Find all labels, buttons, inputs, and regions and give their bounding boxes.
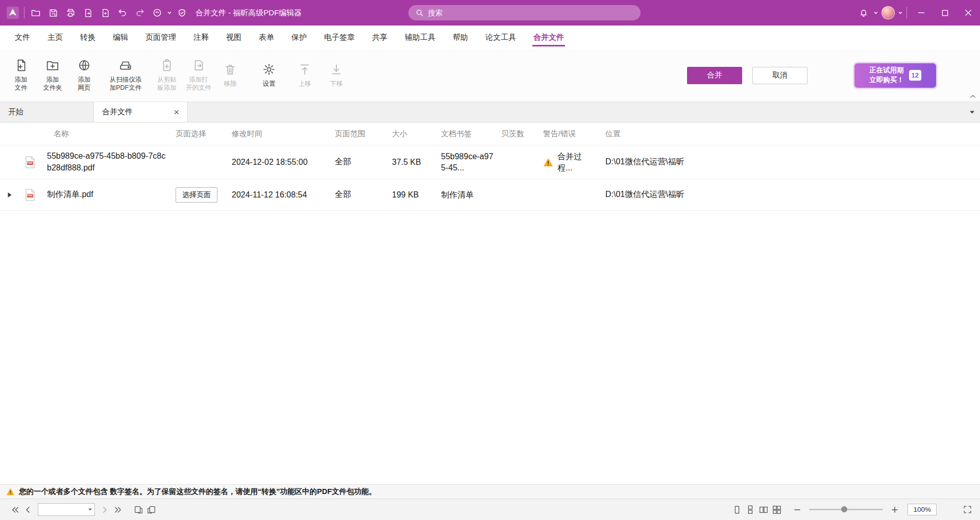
tab-list-dropdown-icon[interactable] [969, 102, 975, 122]
search-box[interactable] [408, 5, 641, 20]
facing-continuous-view-icon[interactable] [770, 503, 783, 516]
print-icon[interactable] [62, 4, 79, 22]
trial-line1: 正在试用期 [869, 66, 904, 75]
bookmark: 55b989ce-a975-45... [440, 151, 500, 173]
tab-esign[interactable]: 电子签章 [315, 26, 363, 49]
tab-help[interactable]: 帮助 [444, 26, 477, 49]
page-number-input[interactable] [38, 503, 95, 516]
redo-icon[interactable] [131, 4, 149, 22]
zoom-out-icon[interactable] [791, 503, 804, 516]
settings-button[interactable]: 设置 [253, 63, 285, 88]
zoom-in-icon[interactable] [888, 503, 901, 516]
tab-protect[interactable]: 保护 [283, 26, 315, 49]
zoom-slider-thumb[interactable] [841, 506, 847, 512]
tab-accessibility[interactable]: 辅助工具 [396, 26, 444, 49]
pdf-file-icon: PDF [25, 156, 35, 168]
remove-label: 移除 [224, 80, 237, 88]
notifications-bell-icon[interactable] [855, 4, 872, 22]
page-dropdown-icon[interactable] [88, 508, 92, 511]
table-row[interactable]: PDF 55b989ce-a975-45b8-b809-7c8cb28df888… [0, 145, 980, 179]
cancel-button[interactable]: 取消 [752, 67, 807, 84]
user-avatar[interactable] [879, 4, 897, 22]
doc-tab-start[interactable]: 开始 [0, 102, 94, 122]
col-warning[interactable]: 警告/错误 [542, 129, 604, 139]
add-files-label: 添加 文件 [15, 76, 28, 92]
add-folder-label: 添加 文件夹 [43, 76, 62, 92]
hand-tool-icon[interactable] [149, 4, 166, 22]
next-view-icon[interactable] [145, 503, 158, 516]
tab-form[interactable]: 表单 [250, 26, 283, 49]
close-button[interactable] [957, 0, 980, 26]
add-files-button[interactable]: 添加 文件 [5, 59, 37, 92]
tab-page-organize[interactable]: 页面管理 [137, 26, 185, 49]
maximize-button[interactable] [933, 0, 957, 26]
zoom-level-box[interactable]: 100% [908, 504, 937, 515]
tab-merge-files[interactable]: 合并文件 [525, 26, 573, 49]
add-open-files-button: 添加打 开的文件 [183, 59, 214, 92]
create-pdf-icon[interactable] [96, 4, 114, 22]
col-size[interactable]: 大小 [391, 129, 440, 139]
tab-view[interactable]: 视图 [217, 26, 250, 49]
col-page-range[interactable]: 页面范围 [334, 129, 391, 139]
previous-page-icon[interactable] [21, 503, 35, 516]
document-tab-bar: 开始 合并文件 × [0, 102, 980, 122]
continuous-view-icon[interactable] [744, 503, 757, 516]
window-title: 合并文件 - 福昕高级PDF编辑器 [195, 8, 302, 18]
single-page-view-icon[interactable] [730, 503, 744, 516]
merge-button[interactable]: 合并 [687, 67, 742, 84]
protect-check-icon[interactable] [173, 4, 190, 22]
previous-view-icon[interactable] [132, 503, 145, 516]
facing-view-icon[interactable] [757, 503, 770, 516]
page-number-field[interactable] [40, 506, 88, 513]
tab-home[interactable]: 主页 [39, 26, 71, 49]
col-page-select[interactable]: 页面选择 [175, 129, 231, 139]
collapse-ribbon-icon[interactable] [970, 94, 976, 98]
col-location[interactable]: 位置 [604, 129, 980, 139]
hand-tool-dropdown-icon[interactable] [166, 4, 173, 22]
tab-close-icon[interactable]: × [174, 108, 179, 117]
col-bates[interactable]: 贝茨数 [500, 129, 542, 139]
search-icon [415, 9, 424, 17]
add-webpage-button[interactable]: 添加 网页 [68, 59, 100, 92]
col-name[interactable]: 名称 [41, 129, 175, 139]
fullscreen-icon[interactable] [963, 505, 972, 514]
add-from-clipboard-button: 从剪贴 板添加 [151, 59, 183, 92]
search-input[interactable] [428, 9, 633, 17]
doc-tab-merge-label: 合并文件 [102, 107, 133, 117]
tab-comment[interactable]: 注释 [185, 26, 217, 49]
zoom-slider[interactable] [809, 509, 883, 510]
minimize-button[interactable] [910, 0, 933, 26]
file-list-empty-area [0, 211, 980, 484]
trial-line2: 立即购买！ [869, 76, 904, 85]
tab-paper-tools[interactable]: 论文工具 [477, 26, 525, 49]
tab-share[interactable]: 共享 [363, 26, 396, 49]
tab-convert[interactable]: 转换 [71, 26, 104, 49]
col-bookmark[interactable]: 文档书签 [440, 129, 500, 139]
warning-cell[interactable]: 合并过程... [542, 151, 604, 173]
doc-tab-merge[interactable]: 合并文件 × [94, 102, 188, 122]
page-range: 全部 [334, 157, 391, 167]
first-page-icon[interactable] [8, 503, 21, 516]
svg-text:PDF: PDF [28, 161, 33, 164]
add-folder-button[interactable]: 添加 文件夹 [37, 59, 68, 92]
account-dropdown-icon[interactable] [897, 4, 904, 22]
notifications-dropdown-icon[interactable] [872, 4, 879, 22]
tab-edit[interactable]: 编辑 [104, 26, 137, 49]
doc-tab-start-label: 开始 [8, 107, 23, 117]
bottom-toolbar: 100% [0, 499, 980, 520]
foxit-logo[interactable] [4, 4, 21, 22]
export-pdf-icon[interactable] [79, 4, 96, 22]
warning-text: 合并过程... [557, 151, 585, 173]
next-page-icon[interactable] [98, 503, 111, 516]
undo-icon[interactable] [114, 4, 131, 22]
open-file-icon[interactable] [27, 4, 44, 22]
choose-pages-button[interactable]: 选择页面 [176, 187, 217, 203]
expand-row-icon[interactable] [7, 192, 12, 198]
save-icon[interactable] [44, 4, 62, 22]
trial-buy-banner[interactable]: 正在试用期 立即购买！ 12 [854, 63, 936, 88]
last-page-icon[interactable] [111, 503, 125, 516]
tab-file[interactable]: 文件 [6, 26, 39, 49]
table-row[interactable]: PDF 制作清单.pdf 选择页面 2024-11-12 16:08:54 全部… [0, 179, 980, 211]
col-modified[interactable]: 修改时间 [231, 129, 334, 139]
add-from-scanner-button[interactable]: 从扫描仪添 加PDF文件 [100, 59, 151, 92]
